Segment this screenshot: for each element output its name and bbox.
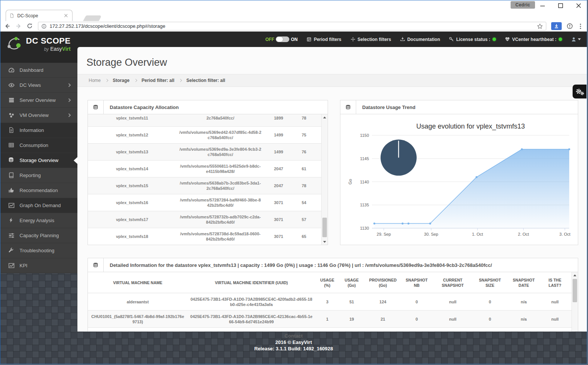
browser-menu-icon[interactable] [578, 23, 583, 29]
datastore-row[interactable]: vplex_tstvmfs14/vmfs/volumes/55506811-b4… [88, 161, 321, 177]
datastore-row[interactable]: vplex_tstvmfs16/vmfs/volumes/57287284-ba… [88, 194, 321, 211]
sidebar-item-label: Reporting [20, 173, 41, 178]
sidebar-item-dashboard[interactable]: Dashboard [0, 63, 77, 78]
breadcrumb-item[interactable]: Selection filter: all [186, 78, 225, 83]
user-menu[interactable] [571, 37, 581, 42]
datastore-row[interactable]: vplex_tstvmfs13/vmfs/volumes/5369ed9a-3e… [88, 144, 321, 161]
bolt-icon [8, 217, 15, 224]
topnav-documentation[interactable]: Documentation [400, 37, 440, 42]
svg-text:2. Oct: 2. Oct [518, 232, 529, 236]
detail-scrollbar[interactable] [571, 272, 578, 332]
breadcrumb-item[interactable]: Storage [113, 78, 130, 83]
sidebar-item-information[interactable]: Information [0, 123, 77, 138]
topnav-selection-filters[interactable]: Selection filters [351, 37, 391, 42]
column-header[interactable]: SNAPSHOTDATE [506, 277, 541, 288]
column-header[interactable]: CURRENTSNAPSHOT [432, 277, 474, 288]
datastore-row[interactable]: vplex_tstvmfs12/vmfs/volumes/5369ed42-63… [88, 127, 321, 144]
column-header[interactable]: IS THELAST? [541, 277, 568, 288]
datastore-capacity: 1899 [265, 116, 293, 120]
topnav-label: Period filters [314, 37, 341, 42]
datastore-usage: 61 [293, 167, 315, 171]
column-header[interactable]: SNAPSHOTNB [402, 277, 432, 288]
svg-text:30. Sep: 30. Sep [424, 232, 438, 236]
scroll-up-icon[interactable] [322, 114, 328, 120]
vm-cell: 0425E475-73B1-43FD-A1D0-73A2B985CE4C-421… [187, 314, 315, 324]
datastore-usage: 57 [293, 217, 315, 222]
breadcrumb-separator-icon [134, 79, 137, 82]
datastore-name: vplex_tstvmfs18 [88, 234, 176, 239]
datastore-capacity: 3071 [265, 217, 293, 222]
sidebar-item-graph-on-demand[interactable]: Graph On Demand [0, 198, 77, 213]
off-on-toggle[interactable]: OFF ON [265, 36, 298, 42]
chevron-down-icon [578, 38, 581, 40]
page-info-icon[interactable] [41, 24, 47, 29]
panel-title: Datastore Usage Trend [356, 100, 416, 114]
breadcrumb: HomeStoragePeriod filter: allSelection f… [77, 74, 587, 87]
svg-text:29. Sep: 29. Sep [377, 232, 391, 236]
tab-close-icon[interactable] [63, 13, 69, 18]
sidebar-item-troubleshooting[interactable]: Troubleshooting [0, 243, 77, 258]
scroll-up-icon[interactable] [572, 272, 578, 278]
sidebar-item-label: Dashboard [20, 67, 44, 73]
detail-table: VIRTUAL MACHINE NAMEVIRTUAL MACHINE IDEN… [88, 272, 578, 332]
capacity-scrollbar[interactable] [321, 114, 328, 245]
chevron-right-icon [67, 113, 71, 117]
scroll-down-icon[interactable] [322, 239, 328, 245]
sidebar-item-label: VM Overview [20, 112, 48, 118]
topnav-license-status[interactable]: License status : [449, 37, 496, 42]
vm-cell: n/a [506, 317, 541, 322]
column-header[interactable]: USAGE(Go) [339, 277, 364, 288]
column-header[interactable]: VIRTUAL MACHINE IDENTIFIER (UUID) [187, 280, 315, 285]
download-extension-button[interactable] [551, 22, 562, 30]
browser-tab[interactable]: DC-Scope [6, 10, 73, 21]
toggle-pill[interactable] [276, 36, 289, 42]
detail-table-header: VIRTUAL MACHINE NAMEVIRTUAL MACHINE IDEN… [88, 272, 571, 293]
bookmark-star-icon[interactable] [537, 23, 543, 29]
contact-link[interactable]: Contact [0, 333, 587, 339]
topnav-vcenter-hearthbeat[interactable]: VCenter hearthbeat : [505, 37, 562, 42]
datastore-name: vplex_tstvmfs13 [88, 150, 176, 154]
datastore-url: /vmfs/volumes/5369ed9a-3e3fe804-9cb3-2c7… [176, 147, 265, 157]
datastore-name: vplex_tstvmfs12 [88, 133, 176, 137]
refresh-icon[interactable] [27, 23, 33, 29]
minimize-icon[interactable] [540, 3, 546, 9]
datastore-row[interactable]: vplex_tstvmfs18/vmfs/volumes/5728738d-8c… [88, 228, 321, 245]
datastore-row[interactable]: vplex_tstvmfs17/vmfs/volumes/5728732b-ad… [88, 211, 321, 228]
close-icon[interactable] [576, 3, 582, 9]
column-header[interactable]: USAGE(%) [315, 277, 339, 288]
datastore-row[interactable]: vplex_tstvmfs112c768a540fcc/189978 [88, 114, 321, 127]
breadcrumb-item[interactable]: Home [89, 78, 101, 83]
sidebar-item-capacity-planning[interactable]: Capacity Planning [0, 228, 77, 243]
sidebar-item-vm-overview[interactable]: VM Overview [0, 108, 77, 123]
column-header[interactable]: VIRTUAL MACHINE NAME [88, 280, 187, 285]
back-icon[interactable] [4, 23, 11, 29]
settings-gear-button[interactable] [573, 85, 586, 98]
browser-window: DC-Scope Cedric 172.27.252.173/dcscope/c… [0, 0, 587, 364]
forward-icon[interactable] [15, 23, 22, 29]
sidebar-item-storage-overview[interactable]: Storage Overview [0, 153, 77, 168]
main-content: Storage Overview HomeStoragePeriod filte… [77, 47, 587, 332]
extension-icon[interactable] [567, 23, 573, 29]
sidebar-item-energy-analysis[interactable]: Energy Analysis [0, 213, 77, 228]
datastore-row[interactable]: vplex_tstvmfs15/vmfs/volumes/5638ab7b-3c… [88, 177, 321, 194]
new-tab-button[interactable] [83, 15, 102, 21]
browser-profile-badge[interactable]: Cedric [511, 1, 535, 9]
sidebar-item-dc-views[interactable]: DC Views [0, 78, 77, 93]
sidebar-item-server-overview[interactable]: Server Overview [0, 93, 77, 108]
maximize-icon[interactable] [558, 3, 564, 9]
vm-cell: 0 [402, 299, 432, 304]
column-header[interactable]: PROVISIONED(Go) [364, 277, 402, 288]
address-bar[interactable]: 172.27.252.173/dcscope/client/dcscope.ph… [38, 22, 546, 30]
tab-title: DC-Scope [17, 13, 60, 18]
svg-text:1130: 1130 [360, 226, 369, 230]
scrollbar-thumb[interactable] [322, 218, 327, 237]
url-text[interactable]: 172.27.252.173/dcscope/client/dcscope.ph… [50, 23, 534, 29]
column-header[interactable]: SNAPSHOTSIZE [474, 277, 506, 288]
sidebar-item-recommendation[interactable]: Recommendation [0, 183, 77, 198]
topnav-period-filters[interactable]: Period filters [307, 37, 341, 42]
sidebar-item-kpi[interactable]: KPI [0, 258, 77, 273]
sidebar-item-reporting[interactable]: Reporting [0, 168, 77, 183]
scrollbar-thumb[interactable] [573, 279, 577, 302]
sidebar-item-consumption[interactable]: Consumption [0, 138, 77, 153]
breadcrumb-item[interactable]: Period filter: all [142, 78, 174, 83]
